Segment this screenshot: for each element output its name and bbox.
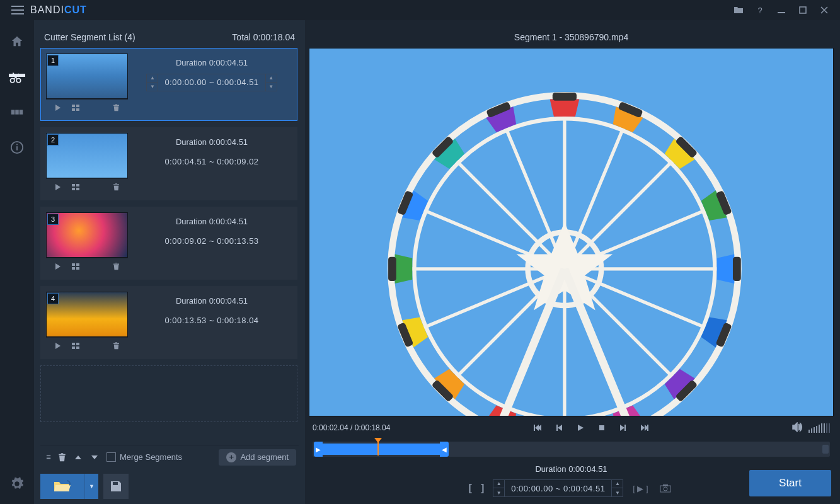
- segment-grid-button[interactable]: [67, 180, 84, 194]
- volume-icon[interactable]: [792, 422, 803, 434]
- segment-range-box: ▲▼ 0:00:00.00 ~ 0:00:04.51 ▲▼: [146, 74, 277, 91]
- segment-item[interactable]: 3 Duration 0:00:04.51 0:00:09.02 ~ 0:00:…: [40, 207, 297, 280]
- set-end-bracket-button[interactable]: ]: [481, 483, 484, 494]
- svg-rect-13: [72, 108, 75, 111]
- open-file-button[interactable]: ▼: [40, 474, 98, 499]
- segment-range-text: 0:00:13.53 ~ 0:00:18.04: [158, 312, 265, 329]
- svg-rect-5: [11, 110, 15, 114]
- set-start-bracket-button[interactable]: [: [469, 483, 472, 494]
- prev-segment-button[interactable]: [529, 420, 546, 436]
- preview-title: Segment 1 - 350896790.mp4: [309, 26, 834, 48]
- segment-range-text: 0:00:09.02 ~ 0:00:13.53: [158, 232, 265, 250]
- svg-rect-1: [800, 7, 806, 13]
- segment-number: 1: [47, 55, 59, 66]
- segment-range-text[interactable]: 0:00:00.00 ~ 0:00:04.51: [158, 77, 265, 87]
- segment-placeholder: [40, 365, 297, 422]
- next-segment-button[interactable]: [636, 420, 653, 436]
- move-up-button[interactable]: [74, 454, 83, 461]
- close-icon[interactable]: [814, 0, 835, 20]
- maximize-icon[interactable]: [792, 0, 814, 20]
- svg-rect-43: [733, 257, 741, 281]
- save-button[interactable]: [103, 474, 129, 499]
- brand-text-2: CUT: [64, 4, 87, 15]
- video-preview[interactable]: [309, 48, 834, 416]
- open-dropdown-icon[interactable]: ▼: [84, 474, 98, 499]
- svg-rect-39: [553, 93, 577, 101]
- svg-rect-11: [72, 105, 75, 107]
- segment-list-total: Total 0:00:18.04: [232, 32, 295, 42]
- segment-list-title: Cutter Segment List (4): [44, 32, 135, 42]
- list-delete-button[interactable]: ≡: [43, 452, 66, 463]
- svg-point-4: [16, 78, 21, 83]
- range-end-stepper[interactable]: ▲▼: [611, 479, 623, 497]
- segment-panel: Cutter Segment List (4) Total 0:00:18.04…: [34, 20, 305, 504]
- segment-item[interactable]: 2 Duration 0:00:04.51 0:00:04.51 ~ 0:00:…: [40, 127, 297, 200]
- settings-icon[interactable]: [8, 475, 26, 493]
- segment-grid-button[interactable]: [67, 101, 84, 115]
- segment-play-button[interactable]: [50, 180, 66, 194]
- range-start-stepper[interactable]: ▲▼: [493, 479, 505, 497]
- timeline-end-cap: [822, 445, 829, 454]
- menu-icon[interactable]: [5, 2, 30, 18]
- svg-rect-20: [76, 263, 79, 266]
- svg-rect-51: [388, 257, 396, 281]
- svg-rect-23: [72, 343, 75, 345]
- snapshot-button[interactable]: [657, 481, 674, 495]
- segment-end-stepper[interactable]: ▲▼: [265, 74, 277, 91]
- home-icon[interactable]: [8, 33, 26, 50]
- svg-rect-25: [72, 346, 75, 349]
- preview-range-text[interactable]: 0:00:00.00 ~ 0:00:04.51: [505, 484, 611, 493]
- segment-start-stepper[interactable]: ▲▼: [147, 74, 158, 91]
- folder-icon[interactable]: [728, 0, 749, 20]
- add-segment-button[interactable]: +Add segment: [219, 449, 296, 466]
- playback-time: 0:00:02.04 / 0:00:18.04: [313, 423, 390, 432]
- merge-segments-checkbox[interactable]: Merge Segments: [106, 452, 182, 462]
- segment-list[interactable]: 1 Duration 0:00:04.51 ▲▼ 0:00:00.00 ~ 0:…: [40, 48, 299, 445]
- segment-delete-button[interactable]: [108, 339, 124, 353]
- cut-icon[interactable]: [8, 68, 26, 86]
- segment-delete-button[interactable]: [108, 180, 124, 194]
- svg-rect-6: [15, 110, 19, 114]
- segment-item[interactable]: 4 Duration 0:00:04.51 0:00:13.53 ~ 0:00:…: [40, 286, 297, 359]
- segment-play-button[interactable]: [50, 339, 66, 353]
- svg-rect-17: [72, 188, 75, 190]
- svg-rect-22: [76, 267, 79, 270]
- volume-slider[interactable]: [808, 423, 830, 433]
- title-bar: BANDICUT ?: [0, 0, 840, 20]
- playback-bar: 0:00:02.04 / 0:00:18.04: [309, 416, 834, 439]
- svg-point-3: [10, 78, 14, 83]
- join-icon[interactable]: [8, 103, 26, 121]
- segment-duration-label: Duration 0:00:04.51: [176, 296, 248, 306]
- timeline[interactable]: ▶ ◀: [313, 442, 830, 457]
- svg-rect-26: [76, 346, 79, 349]
- timeline-playhead[interactable]: [374, 438, 382, 458]
- svg-rect-16: [76, 184, 79, 186]
- play-range-button[interactable]: [ ▶ ]: [632, 481, 648, 495]
- timeline-start-handle[interactable]: ▶: [314, 442, 323, 457]
- stop-button[interactable]: [593, 420, 611, 436]
- help-icon[interactable]: ?: [749, 0, 771, 20]
- start-button[interactable]: Start: [749, 470, 831, 496]
- timeline-end-handle[interactable]: ◀: [440, 442, 449, 457]
- svg-rect-14: [76, 108, 79, 111]
- segment-delete-button[interactable]: [108, 101, 124, 115]
- segment-play-button[interactable]: [50, 260, 66, 273]
- segment-play-button[interactable]: [50, 101, 66, 115]
- minimize-icon[interactable]: [771, 0, 792, 20]
- segment-delete-button[interactable]: [108, 260, 124, 273]
- segment-duration-label: Duration 0:00:04.51: [176, 58, 248, 67]
- segment-grid-button[interactable]: [67, 260, 84, 273]
- segment-number: 3: [47, 214, 59, 225]
- segment-grid-button[interactable]: [67, 339, 84, 353]
- svg-rect-9: [16, 146, 18, 150]
- segment-item[interactable]: 1 Duration 0:00:04.51 ▲▼ 0:00:00.00 ~ 0:…: [40, 48, 297, 121]
- play-button[interactable]: [572, 420, 589, 436]
- step-back-button[interactable]: [550, 420, 568, 436]
- segment-footer: ≡ Merge Segments +Add segment: [40, 445, 299, 469]
- svg-rect-7: [20, 110, 23, 114]
- move-down-button[interactable]: [90, 454, 99, 461]
- segment-duration-label: Duration 0:00:04.51: [176, 217, 248, 226]
- step-forward-button[interactable]: [614, 420, 632, 436]
- info-icon[interactable]: [8, 139, 26, 156]
- svg-rect-18: [76, 188, 79, 190]
